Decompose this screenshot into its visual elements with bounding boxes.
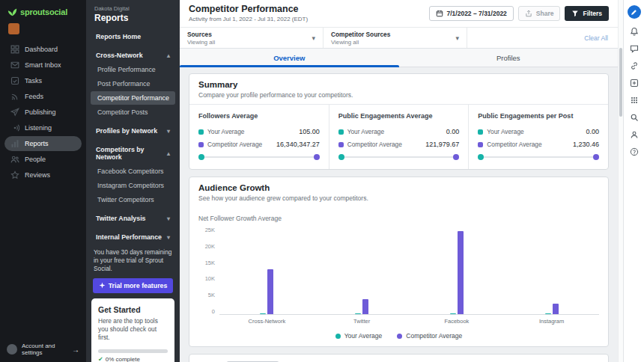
nav-publishing[interactable]: Publishing: [4, 105, 82, 120]
user-avatar: [7, 344, 17, 355]
nav-listening[interactable]: Listening: [4, 120, 82, 135]
metric-public-engagements-per-post: Public Engagements per Post Your Average…: [469, 105, 608, 169]
bar[interactable]: [458, 231, 464, 314]
report-activity-range: Activity from Jul 1, 2022 - Jul 31, 2022…: [189, 16, 308, 22]
nav-label: Tasks: [25, 77, 42, 85]
group-label: Twitter Analysis: [96, 215, 145, 222]
teal-legend-dot: [335, 334, 341, 339]
date-range-label: 7/1/2022 – 7/31/2022: [447, 10, 507, 17]
help-icon[interactable]: [630, 147, 639, 156]
x-tick-label: Twitter: [315, 318, 410, 325]
compose-pencil-icon: [631, 9, 637, 16]
nav-dashboard[interactable]: Dashboard: [4, 42, 82, 57]
nav-reviews[interactable]: Reviews: [4, 168, 82, 182]
reports-sidebar-header: Dakota Digital Reports: [86, 0, 180, 26]
metric-followers-average: Followers Average Your Average105.00 Com…: [189, 105, 329, 169]
sidebar-item-twitter-competitors[interactable]: Twitter Competitors: [91, 193, 175, 206]
sources-value: Viewing all: [187, 39, 215, 46]
sidebar-item-reports-home[interactable]: Reports Home: [91, 30, 175, 43]
audience-growth-subtitle: See how your audience grew compared to y…: [198, 194, 599, 202]
bar[interactable]: [260, 313, 266, 314]
compose-button[interactable]: [628, 5, 641, 19]
sprout-logo[interactable]: sproutsocial: [0, 0, 86, 19]
search-icon[interactable]: [630, 113, 639, 122]
tab-profiles[interactable]: Profiles: [399, 49, 619, 67]
legend-label: Competitor Average: [406, 332, 462, 340]
primary-nav: Dashboard Smart Inbox Tasks Feeds Publis…: [0, 40, 86, 337]
trial-more-features-button[interactable]: Trial more features: [93, 278, 173, 293]
report-body: Summary Compare your profile performance…: [180, 67, 618, 362]
workspace-avatar[interactable]: [8, 23, 19, 34]
nav-people[interactable]: People: [4, 152, 82, 167]
scrollbar-thumb[interactable]: [619, 48, 622, 117]
account-settings[interactable]: Account and settings →: [0, 337, 86, 362]
chart-metric-label: Net Follower Growth Average: [198, 215, 599, 222]
your-average-marker: [338, 154, 344, 160]
filters-label: Filters: [583, 10, 602, 17]
sidebar-group-profiles-by-network[interactable]: Profiles by Network▾: [91, 124, 175, 138]
metric-title: Public Engagements per Post: [478, 112, 599, 120]
sidebar-group-competitors-by-network[interactable]: Competitors by Network▴: [91, 143, 175, 164]
bar[interactable]: [553, 304, 559, 314]
bar[interactable]: [355, 313, 361, 314]
share-button[interactable]: Share: [518, 6, 561, 21]
sidebar-item-competitor-performance[interactable]: Competitor Performance: [91, 91, 175, 105]
sidebar-item-facebook-competitors[interactable]: Facebook Competitors: [91, 165, 175, 178]
report-tabs: Overview Profiles: [180, 49, 618, 67]
legend-your-average[interactable]: Your Average: [335, 332, 383, 340]
y-tick-label: 5K: [208, 292, 215, 298]
bar[interactable]: [545, 313, 551, 314]
your-average-label: Your Average: [207, 128, 244, 135]
nav-feeds[interactable]: Feeds: [4, 89, 82, 104]
sidebar-group-cross-network[interactable]: Cross-Network▴: [91, 49, 175, 62]
nav-reports[interactable]: Reports: [4, 136, 82, 151]
nav-smart-inbox[interactable]: Smart Inbox: [4, 58, 82, 73]
sidebar-item-competitor-posts[interactable]: Competitor Posts: [91, 105, 175, 119]
page-title: Competitor Performance: [189, 4, 308, 14]
y-tick-label: 15K: [205, 260, 215, 266]
sources-dropdown[interactable]: Sources Viewing all ▾: [180, 28, 323, 48]
competitor-average-swatch: [338, 142, 344, 147]
growth-y-axis: 25K20K15K10K5K0: [198, 227, 219, 315]
get-started-card: Get Started Here are the top tools you s…: [91, 298, 174, 362]
profile-icon[interactable]: [630, 130, 639, 139]
date-range-button[interactable]: 7/1/2022 – 7/31/2022: [429, 6, 514, 21]
add-icon[interactable]: [630, 79, 639, 88]
apps-icon[interactable]: [630, 96, 639, 105]
bar[interactable]: [362, 299, 368, 314]
comparison-slider: [198, 153, 320, 160]
chevron-down-icon: ▾: [167, 215, 170, 222]
bar[interactable]: [267, 269, 273, 314]
your-average-swatch: [478, 129, 483, 135]
tab-overview[interactable]: Overview: [180, 49, 399, 67]
reviews-icon: [10, 171, 19, 180]
your-average-label: Your Average: [347, 128, 384, 135]
sidebar-item-profile-performance[interactable]: Profile Performance: [91, 63, 175, 76]
sidebar-item-instagram-competitors[interactable]: Instagram Competitors: [91, 179, 175, 192]
vertical-scrollbar[interactable]: [618, 0, 623, 362]
bar[interactable]: [450, 313, 456, 314]
share-icon: [525, 10, 532, 17]
reports-nav-list: Reports Home Cross-Network▴ Profile Perf…: [86, 26, 180, 244]
sidebar-group-internal-performance[interactable]: Internal Performance▾: [91, 230, 175, 244]
competitor-average-swatch: [198, 142, 204, 147]
get-started-title: Get Started: [98, 305, 168, 314]
filters-button[interactable]: Filters: [565, 6, 609, 21]
nav-tasks[interactable]: Tasks: [4, 73, 82, 88]
group-label: Cross-Network: [96, 52, 143, 59]
notifications-bell-icon[interactable]: [630, 27, 639, 36]
messages-icon[interactable]: [630, 44, 639, 53]
sources-label: Sources: [187, 31, 215, 38]
sidebar-group-twitter-analysis[interactable]: Twitter Analysis▾: [91, 212, 175, 225]
main-content: Competitor Performance Activity from Jul…: [180, 0, 618, 362]
competitor-average-marker: [593, 154, 599, 160]
sidebar-item-post-performance[interactable]: Post Performance: [91, 77, 175, 90]
legend-competitor-average[interactable]: Competitor Average: [397, 332, 462, 340]
calendar-icon: [436, 10, 443, 17]
link-icon[interactable]: [630, 61, 639, 70]
feeds-icon: [10, 92, 19, 101]
app-window: sproutsocial Dashboard Smart Inbox Tasks…: [0, 0, 644, 362]
clear-all-link[interactable]: Clear All: [574, 34, 618, 42]
competitor-sources-dropdown[interactable]: Competitor Sources Viewing all ▾: [323, 28, 467, 48]
growth-plot: [219, 227, 599, 315]
